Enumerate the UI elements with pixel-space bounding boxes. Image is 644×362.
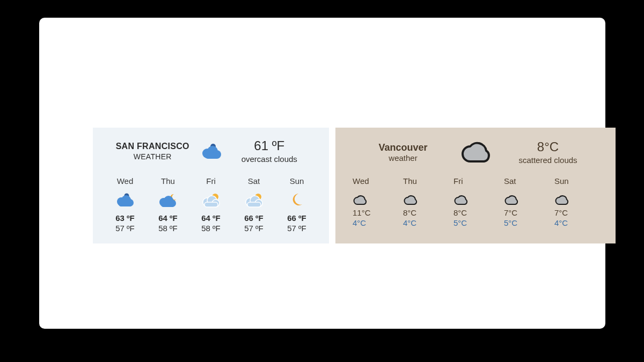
- cloud-outline-icon: [453, 188, 501, 206]
- showcase-card: SAN FRANCISCO WEATHER 61 ºF: [39, 18, 605, 329]
- van-day-high: 11°C: [353, 208, 400, 217]
- van-day-low: 5°C: [453, 218, 501, 227]
- van-day-high: 7°C: [554, 208, 602, 217]
- sf-day-name: Sun: [275, 176, 318, 186]
- cloud-outline-icon: [554, 188, 602, 206]
- van-day-high: 8°C: [403, 208, 450, 217]
- sf-day-name: Wed: [104, 176, 147, 186]
- sf-day-low: 57 ºF: [275, 224, 318, 233]
- cloud-icon: [196, 143, 226, 160]
- svg-rect-13: [161, 202, 174, 207]
- sf-current-temp: 61 ºF: [226, 138, 313, 153]
- van-day-name: Sat: [504, 176, 551, 186]
- van-subtitle: weather: [355, 153, 451, 162]
- sf-day: Sun 66 ºF 57 ºF: [275, 176, 318, 233]
- sf-day-low: 58 ºF: [147, 224, 189, 233]
- cloud-outline-icon: [403, 188, 450, 206]
- svg-rect-4: [205, 153, 219, 159]
- sf-day-low: 57 ºF: [104, 224, 147, 233]
- weather-widget-vancouver: Vancouver weather 8°C scattered clouds: [335, 128, 616, 243]
- sf-day-high: 64 ºF: [189, 213, 232, 223]
- cloud-sun-icon: [189, 190, 232, 210]
- weather-widget-sf: SAN FRANCISCO WEATHER 61 ºF: [93, 128, 329, 243]
- van-forecast: Wed 11°C 4°C Thu 8°C 4°C: [349, 176, 602, 227]
- van-day-name: Thu: [403, 176, 450, 186]
- van-day-name: Sun: [554, 176, 602, 186]
- van-day-high: 7°C: [504, 208, 551, 217]
- van-day-high: 8°C: [453, 208, 501, 217]
- sf-forecast: Wed 63 ºF 57 ºF Thu: [104, 176, 318, 233]
- svg-rect-18: [204, 202, 218, 207]
- van-city-name: Vancouver: [355, 142, 451, 153]
- van-day: Sat 7°C 5°C: [501, 176, 551, 227]
- sf-day-high: 63 ºF: [104, 213, 147, 223]
- sf-current-desc: overcast clouds: [226, 154, 313, 164]
- van-day-low: 4°C: [403, 218, 450, 227]
- van-day: Thu 8°C 4°C: [400, 176, 450, 227]
- cloud-outline-icon: [451, 140, 500, 165]
- sf-day-name: Sat: [232, 176, 275, 186]
- van-day-low: 4°C: [353, 218, 400, 227]
- van-day-low: 4°C: [554, 218, 602, 227]
- van-current: 8°C scattered clouds: [500, 139, 596, 165]
- sf-day-name: Fri: [189, 176, 232, 186]
- van-day: Fri 8°C 5°C: [450, 176, 501, 227]
- van-day: Wed 11°C 4°C: [349, 176, 400, 227]
- cloud-icon: [104, 190, 147, 210]
- svg-rect-23: [247, 202, 261, 207]
- sf-title-block: SAN FRANCISCO WEATHER: [109, 142, 196, 161]
- van-title-block: Vancouver weather: [355, 142, 451, 162]
- sf-day: Sat 66 ºF 57 ºF: [232, 176, 275, 233]
- van-day: Sun 7°C 4°C: [551, 176, 602, 227]
- sf-day-high: 66 ºF: [232, 213, 275, 223]
- sf-day: Fri 64 ºF 58 ºF: [189, 176, 232, 233]
- van-day-name: Fri: [453, 176, 501, 186]
- cloud-outline-icon: [504, 188, 551, 206]
- van-day-low: 5°C: [504, 218, 551, 227]
- sf-city-name: SAN FRANCISCO: [109, 142, 196, 151]
- van-current-desc: scattered clouds: [500, 156, 596, 165]
- sf-day-high: 66 ºF: [275, 213, 318, 223]
- cloud-outline-icon: [353, 188, 400, 206]
- sf-subtitle: WEATHER: [109, 152, 196, 161]
- sf-day-low: 57 ºF: [232, 224, 275, 233]
- van-day-name: Wed: [353, 176, 400, 186]
- moon-icon: [275, 190, 318, 210]
- cloud-moon-icon: [147, 190, 189, 210]
- sf-day-high: 64 ºF: [147, 213, 189, 223]
- sf-day-name: Thu: [147, 176, 189, 186]
- svg-rect-9: [119, 202, 132, 206]
- sf-day: Wed 63 ºF 57 ºF: [104, 176, 147, 233]
- van-current-temp: 8°C: [500, 139, 596, 154]
- sf-current: 61 ºF overcast clouds: [226, 138, 313, 164]
- cloud-sun-icon: [232, 190, 275, 210]
- sf-day-low: 58 ºF: [189, 224, 232, 233]
- sf-day: Thu 64 ºF 58 ºF: [147, 176, 189, 233]
